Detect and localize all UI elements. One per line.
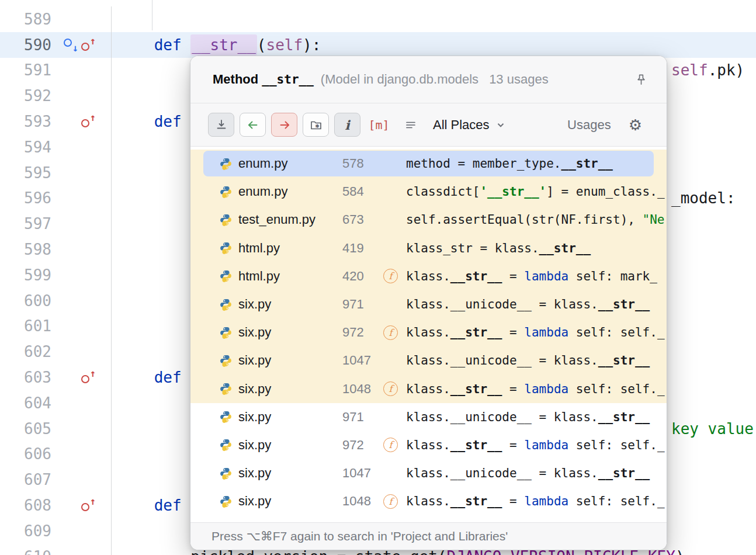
line-number[interactable]: 596 [0,189,54,207]
show-write-access-icon[interactable] [271,113,297,137]
editor-line: 589 [0,6,756,32]
usage-line-number: 972 [342,325,383,340]
overrides-gutter-icon[interactable]: ↑ [81,498,96,513]
gutter: ↑ [54,492,111,518]
gutter [54,134,111,160]
usage-list: enum.py578method = member_type.__str__en… [190,147,667,515]
function-icon-cell: f [383,325,406,340]
usage-line-number: 584 [342,184,383,199]
usage-line-number: 673 [342,212,383,227]
line-number[interactable]: 602 [0,343,54,360]
line-number[interactable]: 594 [0,138,54,156]
gutter [54,6,111,32]
preview-list-icon[interactable] [397,113,424,137]
overridden-gutter-icon[interactable]: ↓ [63,37,78,53]
usage-row[interactable]: six.py1047klass.__unicode__ = klass.__st… [190,346,667,374]
gutter [54,160,111,186]
usage-code-preview: self.assertEqual(str(NF.first), "Ne [406,213,667,227]
python-file-icon [219,438,235,452]
line-number[interactable]: 604 [0,394,54,412]
show-info-icon[interactable]: i [334,113,360,137]
line-number[interactable]: 598 [0,241,54,258]
gutter [54,518,111,544]
popup-title: Method __str__ [213,72,314,87]
editor-line: 590↓↑ def __str__(self): [0,32,756,58]
usage-code-preview: klass_str = klass.__str__ [406,241,667,255]
python-file-icon [219,241,235,255]
python-file-icon [219,495,235,508]
group-by-file-icon[interactable]: ✱ [303,113,329,137]
usage-row[interactable]: six.py972fklass.__str__ = lambda self: s… [190,431,667,459]
usage-code-preview: klass.__str__ = lambda self: mark_ [406,269,667,283]
usage-row[interactable]: six.py1047klass.__unicode__ = klass.__st… [190,459,667,487]
usage-filename: six.py [238,381,342,397]
usage-filename: six.py [238,297,342,312]
pin-icon[interactable] [634,73,648,86]
usage-row[interactable]: six.py1048fklass.__str__ = lambda self: … [190,375,667,403]
usage-row[interactable]: six.py971klass.__unicode__ = klass.__str… [190,290,667,318]
usage-code-preview: klass.__unicode__ = klass.__str__ [406,353,667,367]
scope-dropdown[interactable]: All Places [433,117,506,133]
scope-dropdown-label: All Places [433,117,490,133]
usage-filename: six.py [238,438,342,453]
usage-line-number: 1048 [342,381,383,397]
gutter [54,390,111,416]
gutter [54,186,111,211]
gutter [54,262,111,288]
gutter [54,442,111,467]
line-number[interactable]: 605 [0,420,54,438]
popup-title-symbol: __str__ [262,72,314,86]
line-number[interactable]: 603 [0,369,54,386]
usage-code-preview: klass.__unicode__ = klass.__str__ [406,410,667,424]
usage-row[interactable]: test_enum.py673self.assertEqual(str(NF.f… [190,206,667,234]
line-number[interactable]: 599 [0,266,54,284]
usage-row[interactable]: enum.py584classdict['__str__'] = enum_cl… [190,178,667,206]
line-number[interactable]: 600 [0,292,54,310]
popup-footer: Press ⌥⌘F7 again to search in 'Project a… [190,522,667,550]
function-icon: f [383,438,398,452]
usage-row[interactable]: six.py972fklass.__str__ = lambda self: s… [190,318,667,346]
gutter [54,544,111,555]
line-number[interactable]: 610 [0,548,54,555]
usage-code-preview: klass.__str__ = lambda self: self._ [406,494,667,508]
usage-row[interactable]: six.py1048fklass.__str__ = lambda self: … [190,487,667,515]
usage-row[interactable]: six.py971klass.__unicode__ = klass.__str… [190,403,667,431]
settings-gear-icon[interactable]: ⚙ [629,117,642,133]
overrides-gutter-icon[interactable]: ↑ [81,370,96,385]
usage-row[interactable]: enum.py578method = member_type.__str__ [190,150,667,178]
line-number[interactable]: 592 [0,87,54,105]
popup-context: (Model in django.db.models [321,72,478,87]
popup-toolbar: ✱i[m] All Places Usages ⚙ [190,103,667,147]
usage-code-preview: klass.__str__ = lambda self: self._ [406,438,667,452]
line-number[interactable]: 607 [0,471,54,488]
usage-filename: test_enum.py [238,212,342,227]
line-number[interactable]: 593 [0,113,54,130]
popup-header: Method __str__ (Model in django.db.model… [190,56,667,103]
line-number[interactable]: 601 [0,317,54,335]
usage-row[interactable]: html.py420fklass.__str__ = lambda self: … [190,262,667,290]
python-file-icon [219,298,235,311]
show-read-access-icon[interactable] [240,113,266,137]
function-icon-cell: f [383,269,406,283]
usage-row[interactable]: html.py419klass_str = klass.__str__ [190,234,667,262]
line-number[interactable]: 606 [0,445,54,463]
line-number[interactable]: 590 [0,36,54,54]
function-icon-cell: f [383,438,406,452]
line-number[interactable]: 609 [0,522,54,540]
line-number[interactable]: 597 [0,215,54,233]
line-number[interactable]: 591 [0,61,54,79]
overrides-gutter-icon[interactable]: ↑ [81,37,96,53]
open-find-toolwindow-icon[interactable] [208,113,234,137]
line-number[interactable]: 608 [0,497,54,514]
usage-code-preview: klass.__str__ = lambda self: self._ [406,325,667,339]
usage-line-number: 420 [342,269,383,284]
overrides-gutter-icon[interactable]: ↑ [81,114,96,129]
usages-label: Usages [567,117,611,133]
method-filter-icon[interactable]: [m] [366,113,392,137]
line-number[interactable]: 595 [0,164,54,182]
usage-line-number: 1047 [342,353,383,368]
function-icon: f [383,269,398,283]
usage-code-preview: klass.__unicode__ = klass.__str__ [406,297,667,311]
gutter [54,237,111,262]
line-number[interactable]: 589 [0,11,54,28]
